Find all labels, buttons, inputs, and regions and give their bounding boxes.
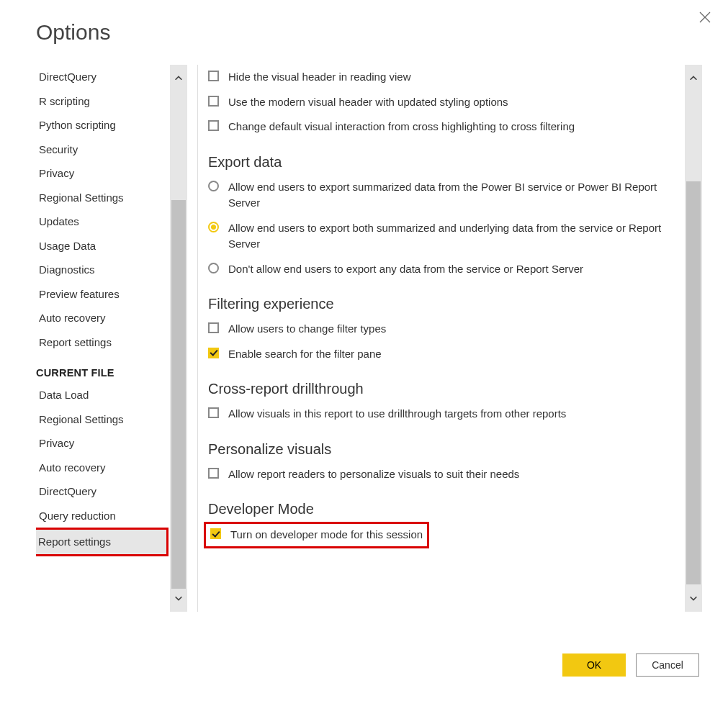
radio-option[interactable]: Allow end users to export both summarize… (208, 216, 675, 257)
sidebar-item[interactable]: Security (36, 137, 167, 162)
option-label: Allow end users to export summarized dat… (228, 179, 675, 212)
option-label: Allow end users to export both summarize… (228, 220, 675, 253)
checkbox[interactable] (210, 528, 221, 539)
checkbox-option[interactable]: Use the modern visual header with update… (208, 90, 675, 115)
sidebar-item[interactable]: DirectQuery (36, 479, 167, 504)
close-button[interactable] (695, 7, 715, 27)
sidebar-item[interactable]: Updates (36, 209, 167, 234)
option-label: Allow visuals in this report to use dril… (228, 406, 675, 422)
radio-option[interactable]: Allow end users to export summarized dat… (208, 175, 675, 216)
sidebar-item[interactable]: R scripting (36, 89, 167, 114)
checkbox-option[interactable]: Enable search for the filter pane (208, 342, 675, 367)
scroll-up-button[interactable] (685, 65, 702, 92)
options-dialog: Options DirectQueryR scriptingPython scr… (0, 0, 728, 701)
radio[interactable] (208, 263, 219, 273)
option-label: Allow users to change filter types (228, 321, 675, 338)
sidebar-section-header: CURRENT FILE (36, 354, 167, 383)
checkbox[interactable] (208, 468, 219, 479)
chevron-down-icon (688, 593, 698, 603)
checkbox[interactable] (208, 407, 219, 418)
checkbox-option[interactable]: Allow report readers to personalize visu… (208, 462, 675, 487)
sidebar-item[interactable]: Regional Settings (36, 186, 167, 210)
option-label: Allow report readers to personalize visu… (228, 466, 675, 483)
sidebar-item[interactable]: Usage Data (36, 234, 167, 258)
sidebar-item[interactable]: Privacy (36, 431, 167, 456)
radio[interactable] (208, 181, 219, 191)
sidebar-item[interactable]: Report settings (36, 330, 167, 355)
scroll-thumb[interactable] (686, 181, 701, 584)
sidebar-item[interactable]: Auto recovery (36, 306, 167, 330)
sidebar-scrollbar[interactable] (170, 65, 187, 612)
scroll-up-button[interactable] (170, 65, 187, 92)
radio-option[interactable]: Don't allow end users to export any data… (208, 257, 675, 282)
checkbox[interactable] (208, 348, 219, 358)
sidebar-item[interactable]: Regional Settings (36, 407, 167, 432)
radio[interactable] (208, 222, 219, 232)
chevron-up-icon (174, 73, 184, 83)
checkbox-option[interactable]: Allow users to change filter types (208, 317, 675, 342)
sidebar-item[interactable]: DirectQuery (36, 65, 167, 89)
chevron-down-icon (174, 593, 184, 603)
group-title: Cross-report drillthrough (208, 381, 675, 397)
chevron-up-icon (688, 73, 698, 83)
sidebar-item[interactable]: Diagnostics (36, 258, 167, 282)
option-label: Don't allow end users to export any data… (228, 261, 675, 278)
option-label: Change default visual interaction from c… (228, 119, 675, 135)
dialog-footer: OK Cancel (562, 653, 699, 677)
sidebar-item-selected[interactable]: Report settings (36, 528, 168, 556)
group-title: Personalize visuals (208, 441, 675, 458)
scroll-track[interactable] (170, 92, 187, 584)
scroll-track[interactable] (685, 92, 702, 584)
group-title: Developer Mode (208, 501, 675, 517)
settings-panel: Hide the visual header in reading viewUs… (208, 65, 702, 612)
scroll-thumb[interactable] (171, 200, 186, 589)
vertical-divider (197, 65, 198, 612)
checkbox[interactable] (208, 120, 219, 131)
option-label: Turn on developer mode for this session (230, 527, 423, 543)
checkbox-option[interactable]: Change default visual interaction from c… (208, 114, 675, 140)
option-label: Hide the visual header in reading view (228, 69, 675, 86)
dialog-title: Options (36, 20, 702, 45)
scroll-down-button[interactable] (685, 584, 702, 612)
sidebar-item[interactable]: Data Load (36, 383, 167, 407)
option-label: Enable search for the filter pane (228, 346, 675, 363)
group-title: Filtering experience (208, 296, 675, 312)
close-icon (699, 12, 711, 23)
checkbox[interactable] (208, 322, 219, 333)
checkbox[interactable] (208, 96, 219, 107)
sidebar-item[interactable]: Preview features (36, 282, 167, 307)
sidebar-item[interactable]: Python scripting (36, 113, 167, 137)
checkbox-option[interactable]: Turn on developer mode for this session (204, 522, 429, 548)
sidebar: DirectQueryR scriptingPython scriptingSe… (36, 65, 187, 612)
checkbox[interactable] (208, 71, 219, 81)
main-scrollbar[interactable] (685, 65, 702, 612)
ok-button[interactable]: OK (562, 653, 626, 677)
group-title: Export data (208, 154, 675, 171)
checkbox-option[interactable]: Allow visuals in this report to use dril… (208, 402, 675, 427)
sidebar-item[interactable]: Privacy (36, 161, 167, 186)
sidebar-item[interactable]: Auto recovery (36, 456, 167, 480)
option-label: Use the modern visual header with update… (228, 94, 675, 111)
cancel-button[interactable]: Cancel (636, 653, 699, 677)
checkbox-option[interactable]: Hide the visual header in reading view (208, 65, 675, 90)
sidebar-item[interactable]: Query reduction (36, 504, 167, 528)
